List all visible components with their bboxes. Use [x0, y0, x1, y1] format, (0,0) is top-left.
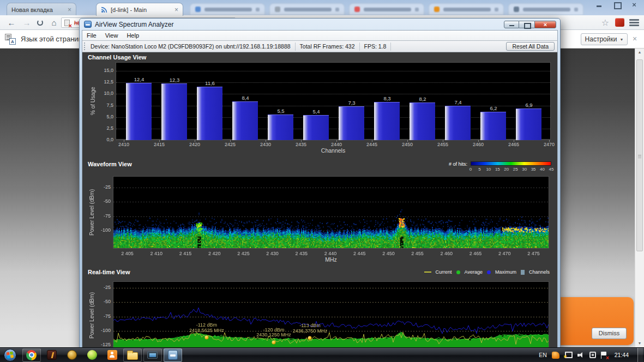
- scroll-up-icon[interactable]: ▲: [635, 49, 644, 56]
- media-player-icon: [47, 350, 57, 360]
- network-warning-icon[interactable]: [564, 352, 573, 359]
- tab-close-icon[interactable]: ×: [63, 7, 71, 13]
- channel-usage-title: Channel Usage View: [88, 54, 146, 61]
- gold-badge-icon: [67, 350, 77, 360]
- tab-close-icon: [256, 8, 260, 11]
- language-indicator[interactable]: EN: [539, 352, 547, 358]
- chrome-button[interactable]: [22, 348, 41, 362]
- close-button[interactable]: ×: [534, 21, 556, 28]
- usage-bar: [161, 83, 187, 140]
- usage-x-tick: 2430: [252, 142, 279, 147]
- menu-view[interactable]: View: [101, 32, 123, 39]
- usage-bar-value: 8,2: [404, 96, 442, 102]
- page-scrollbar[interactable]: ▲ ▼: [635, 49, 644, 347]
- hits-tick: 45: [549, 167, 554, 172]
- scroll-down-icon[interactable]: ▼: [635, 340, 644, 347]
- bookmark-star-icon[interactable]: ☆: [601, 17, 609, 28]
- minimize-icon[interactable]: [595, 2, 604, 8]
- airview-app-icon: [168, 350, 178, 360]
- average-legend-label: Average: [465, 269, 483, 275]
- browser-tab-strip: Новая вкладка × [d-link] - Main × ×: [0, 0, 644, 15]
- waveform-x-tick: 2 475: [520, 251, 547, 256]
- background-tab[interactable]: [429, 3, 504, 15]
- extension-icon[interactable]: [615, 18, 624, 27]
- gold-badge-button[interactable]: [63, 348, 81, 362]
- tab-close-icon[interactable]: ×: [170, 7, 178, 13]
- hits-tick: 35: [531, 167, 536, 172]
- usage-x-tick: 2425: [216, 142, 244, 147]
- security-agent-icon[interactable]: [552, 352, 559, 359]
- device-info: Device: NanoStation Loco M2 (DC9FDB9093F…: [86, 43, 296, 51]
- tab-dlink-main[interactable]: [d-link] - Main ×: [96, 3, 183, 16]
- background-tab[interactable]: [349, 3, 424, 15]
- usage-bar: [303, 115, 329, 140]
- show-desktop-button[interactable]: [637, 348, 643, 362]
- hits-tick: 25: [513, 167, 518, 172]
- browser-menu-icon[interactable]: [629, 19, 639, 26]
- hits-tick: 10: [486, 167, 491, 172]
- reset-all-data-button[interactable]: Reset All Data: [506, 42, 555, 51]
- usage-y-tick: 2,5: [95, 125, 113, 131]
- background-tab[interactable]: [508, 3, 583, 15]
- current-legend-swatch: [424, 272, 431, 273]
- window-titlebar[interactable]: AirView Spectrum Analyzer: [80, 19, 560, 30]
- waveform-canvas: [113, 177, 549, 248]
- average-legend-swatch: [456, 270, 460, 274]
- waveform-x-tick: 2 425: [230, 251, 257, 256]
- usage-bar-value: 5,5: [262, 108, 300, 114]
- feed-icon: [101, 7, 107, 13]
- translate-settings-button[interactable]: Настройки ▼: [581, 33, 628, 45]
- background-tab[interactable]: [269, 3, 345, 15]
- tab-title-blur: [284, 8, 332, 11]
- remote-desktop-button[interactable]: [143, 348, 162, 362]
- refresh-button[interactable]: [37, 20, 43, 26]
- start-button[interactable]: [4, 349, 16, 361]
- scrollbar-thumb[interactable]: [636, 59, 643, 251]
- waveform-x-axis-label: MHz: [113, 256, 549, 263]
- remote-desktop-icon: [147, 351, 158, 359]
- tab-title: [d-link] - Main: [111, 7, 147, 13]
- usage-bar: [268, 114, 293, 140]
- waveform-x-tick: 2 410: [143, 251, 170, 256]
- back-button[interactable]: ←: [5, 17, 17, 28]
- file-explorer-button[interactable]: [123, 348, 142, 362]
- airview-app-icon: [84, 21, 92, 28]
- usage-bar: [126, 83, 152, 140]
- minimize-button[interactable]: [504, 21, 519, 28]
- usage-y-tick: 15,0: [95, 68, 113, 73]
- airview-app-button[interactable]: [164, 348, 182, 362]
- usage-y-tick: 12,5: [95, 79, 113, 85]
- tab-title-blur: [364, 8, 411, 11]
- usage-x-axis-label: Channels: [116, 147, 551, 154]
- forward-button[interactable]: →: [21, 17, 33, 28]
- maximum-legend-swatch: [487, 270, 491, 274]
- media-player-button[interactable]: [43, 348, 61, 362]
- dismiss-button[interactable]: Dismiss: [592, 328, 627, 339]
- tab-new-tab[interactable]: Новая вкладка ×: [7, 3, 76, 16]
- current-legend-label: Current: [436, 269, 452, 275]
- clock[interactable]: 21:44: [613, 352, 633, 358]
- menu-file[interactable]: File: [82, 32, 101, 39]
- close-icon[interactable]: ×: [630, 2, 639, 8]
- action-center-flag-icon[interactable]: [601, 352, 608, 359]
- green-ball-button[interactable]: [83, 348, 101, 362]
- background-tab[interactable]: [190, 3, 265, 15]
- tab-close-icon: [415, 8, 419, 11]
- odnoklassniki-button[interactable]: [103, 348, 122, 362]
- volume-icon[interactable]: [577, 352, 585, 358]
- maximize-button[interactable]: [519, 21, 534, 28]
- menu-bar: File View Help: [82, 30, 558, 41]
- realtime-y-tick: -125: [92, 342, 111, 347]
- home-button[interactable]: ⌂: [48, 17, 60, 28]
- ssl-broken-icon: [64, 20, 70, 26]
- usage-bar-value: 12,4: [120, 76, 158, 82]
- tab-close-icon: [495, 8, 498, 11]
- fps: FPS: 1.8: [360, 43, 392, 51]
- maximize-icon[interactable]: [612, 2, 621, 8]
- infobar-close-icon[interactable]: ×: [633, 34, 637, 43]
- menu-help[interactable]: Help: [122, 32, 143, 39]
- annotation-label: -113 dBm2436,3750 MHz: [293, 323, 328, 334]
- chevron-down-icon: ▼: [619, 38, 623, 41]
- usage-bar-value: 6,9: [510, 102, 548, 108]
- safely-remove-hardware-icon[interactable]: [589, 352, 596, 358]
